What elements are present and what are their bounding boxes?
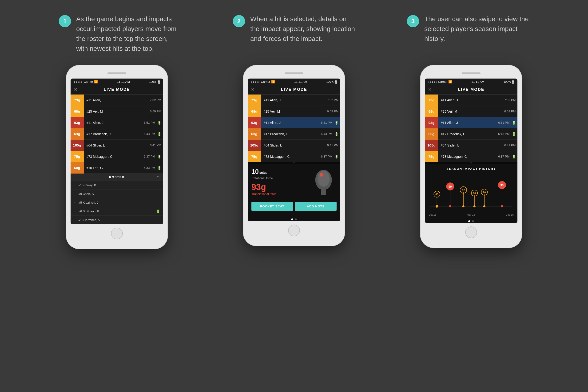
hit-item[interactable]: 105g#64 Slider, L6:41 PM: [70, 140, 163, 151]
pocket-scat-button[interactable]: POCKET SCAT: [252, 202, 293, 211]
svg-text:65: 65: [436, 193, 439, 196]
svg-point-18: [474, 205, 476, 208]
phone-speaker-3: [462, 72, 480, 74]
hit-item[interactable]: 73g#11 Allen, J7:02 PM: [70, 94, 163, 106]
hit-badge: 73g: [248, 94, 261, 106]
hit-item[interactable]: 105g#64 Slider, L6:41 PM: [425, 140, 518, 151]
roster-item[interactable]: -#5 Krazinski, J: [70, 198, 163, 207]
roster-item[interactable]: -#9 Chen, S: [70, 190, 163, 198]
hit-time: 6:43 PM: [144, 132, 157, 136]
status-left-2: ●●●●● Carrier 📶: [251, 80, 275, 84]
hit-player-name: #11 Allen, J: [84, 98, 150, 102]
battery-pct-3: 100%: [504, 80, 511, 84]
svg-text:90: 90: [448, 185, 452, 188]
rotational-label-2: Rotational force: [252, 176, 306, 180]
hit-time: 6:51 PM: [321, 121, 334, 124]
wifi-icon-1: 📶: [94, 80, 98, 84]
hit-item[interactable]: 63g#17 Broderick, C6:43 PM🔋: [425, 128, 518, 140]
close-icon-3[interactable]: ✕: [428, 87, 432, 92]
chart-svg-3: 65 90 82: [428, 174, 514, 212]
home-button-3[interactable]: [465, 226, 477, 238]
roster-item[interactable]: -#15 Carey, B: [70, 181, 163, 190]
battery-pct-2: 100%: [326, 80, 334, 84]
phone-screen-3: ●●●●● Carrier 📶 11:11 AM 100% ▓ ✕ LIVE M…: [425, 78, 518, 223]
home-button-2[interactable]: [288, 224, 300, 236]
roster-player-name: #5 Krazinski, J: [78, 201, 160, 204]
hit-player-name: #17 Broderick, C: [84, 132, 144, 136]
hit-item[interactable]: 60g#10 Lee, G6:33 PM🔋: [70, 162, 163, 174]
hit-item[interactable]: 73g#11 Allen, J7:02 PM: [248, 94, 340, 106]
hit-item[interactable]: 93g#11 Allen, J6:51 PM🔋: [248, 117, 340, 128]
hit-battery-icon: 🔋: [334, 121, 339, 125]
status-bar-1: ●●●●● Carrier 📶 11:11 AM 100% ▓: [70, 78, 163, 85]
detail-body-row-2: 10rad/s Rotational force 93g Translation…: [252, 168, 336, 199]
svg-point-3: [320, 173, 323, 176]
time-1: 11:11 AM: [117, 80, 130, 84]
hit-badge: 93g: [425, 117, 438, 128]
hit-player-name: #17 Broderick, C: [261, 132, 321, 136]
signal-dots-1: ●●●●●: [74, 80, 83, 83]
instruction-item-1: 1 As the game begins and impacts occur,i…: [59, 14, 181, 54]
hit-item[interactable]: 73g#11 Allen, J7:02 PM: [425, 94, 518, 106]
hit-player-name: #64 Slider, L: [261, 144, 327, 147]
svg-text:70: 70: [483, 191, 486, 194]
hit-player-name: #73 McLaggen, C: [438, 155, 498, 158]
phone-home-area-3: [425, 226, 518, 238]
hit-time: 6:41 PM: [327, 144, 340, 147]
detail-panel-2: 10rad/s Rotational force 93g Translation…: [248, 164, 340, 216]
status-right-3: 100% ▓: [504, 80, 514, 84]
close-icon-2[interactable]: ✕: [251, 87, 254, 92]
hit-badge: 68g: [425, 106, 438, 117]
hit-item[interactable]: 63g#17 Broderick, C6:43 PM🔋: [70, 128, 163, 140]
hit-item[interactable]: 93g#11 Allen, J6:51 PM🔋: [70, 117, 163, 128]
hit-battery-icon: 🔋: [157, 132, 162, 136]
roster-battery-icon: 🔋: [156, 210, 160, 213]
phones-row: ●●●●● Carrier 📶 11:11 AM 100% ▓ ✕ LIVE M…: [19, 65, 569, 378]
phone-top-bar-1: [70, 70, 163, 77]
roster-sort-icon-1[interactable]: ½↓: [157, 176, 161, 179]
hit-battery-icon: 🔋: [511, 121, 516, 125]
instruction-text-3: The user can also swipe to view the sele…: [424, 14, 529, 44]
hit-item[interactable]: 68g#25 Veil, M6:59 PM: [248, 106, 340, 117]
battery-icon-1: ▓: [158, 80, 160, 84]
home-button-1[interactable]: [111, 228, 123, 240]
app-title-3: LIVE MODE: [458, 87, 484, 92]
add-note-button[interactable]: ADD NOTE: [295, 202, 336, 211]
hit-player-name: #11 Allen, J: [438, 98, 504, 102]
hit-player-name: #10 Lee, G: [84, 166, 144, 170]
dot-indicators-2: [248, 216, 340, 221]
hit-item[interactable]: 75g#73 McLaggen, C6:37 PM🔋: [70, 151, 163, 162]
hit-badge: 63g: [70, 128, 84, 140]
hit-badge: 75g: [425, 151, 438, 162]
close-icon-1[interactable]: ✕: [74, 87, 78, 92]
hit-item[interactable]: 75g#73 McLaggen, C6:37 PM🔋: [425, 151, 518, 162]
battery-icon-2: ▓: [335, 80, 337, 84]
status-left-1: ●●●●● Carrier 📶: [74, 80, 98, 84]
svg-point-14: [462, 205, 464, 208]
hit-item[interactable]: 68g#25 Veil, M6:59 PM: [70, 106, 163, 117]
svg-text:68: 68: [473, 192, 476, 195]
app-title-1: LIVE MODE: [104, 87, 130, 92]
hit-time: 6:41 PM: [504, 144, 518, 147]
hit-item[interactable]: 105g#64 Slider, L6:41 PM: [248, 140, 340, 151]
app-header-3: ✕ LIVE MODE: [425, 85, 518, 94]
hit-item[interactable]: 93g#11 Allen, J6:51 PM🔋: [425, 117, 518, 128]
phone-1: ●●●●● Carrier 📶 11:11 AM 100% ▓ ✕ LIVE M…: [66, 65, 168, 249]
hit-item[interactable]: 63g#17 Broderick, C6:43 PM🔋: [248, 128, 340, 140]
chevron-down-icon-2: ▼: [293, 162, 295, 164]
roster-player-name: #13 Terrence, A: [78, 218, 160, 222]
hit-badge: 63g: [425, 128, 438, 140]
hit-player-name: #64 Slider, L: [84, 144, 150, 147]
x-label-dec: Dec 15: [506, 213, 514, 216]
hit-time: 6:51 PM: [498, 121, 511, 124]
hit-item[interactable]: 68g#25 Veil, M6:59 PM: [425, 106, 518, 117]
translational-value-2: 93g: [252, 182, 306, 192]
phone-home-area-1: [70, 228, 163, 240]
hit-item[interactable]: 75g#73 McLaggen, C6:37 PM🔋: [248, 151, 340, 162]
roster-item[interactable]: -#13 Terrence, A: [70, 216, 163, 224]
battery-pct-1: 100%: [149, 80, 156, 84]
roster-item[interactable]: -#6 Smithson, K🔋: [70, 207, 163, 216]
hit-time: 6:37 PM: [321, 155, 334, 158]
phone-top-bar-3: [425, 70, 518, 77]
phone-home-area-2: [248, 224, 340, 236]
